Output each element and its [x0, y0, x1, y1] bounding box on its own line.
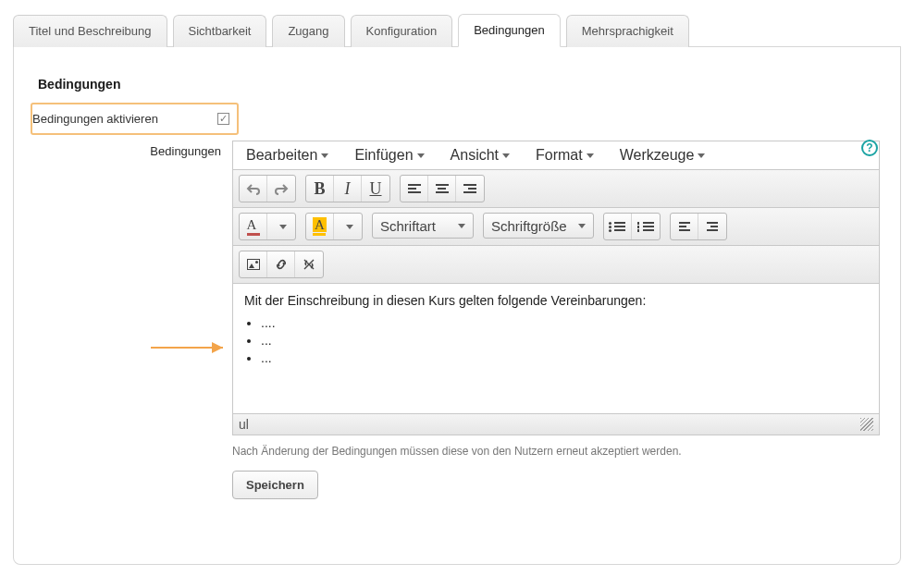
editor-path-bar: ul	[233, 413, 879, 435]
menu-insert[interactable]: Einfügen	[354, 147, 424, 164]
tab-visibility[interactable]: Sichtbarkeit	[173, 15, 267, 47]
bg-color-button[interactable]: A	[306, 214, 334, 239]
editor-label: Bedingungen	[34, 141, 232, 158]
activate-highlight: Bedingungen aktivieren ✓	[31, 103, 239, 135]
tab-configuration[interactable]: Konfiguration	[351, 15, 453, 47]
list-item: ....	[261, 315, 868, 330]
insert-image-button[interactable]	[240, 251, 267, 277]
image-icon	[247, 259, 260, 270]
change-hint: Nach Änderung der Bedingungen müssen die…	[232, 445, 880, 458]
section-title: Bedingungen	[38, 77, 880, 92]
toolbar-row-3	[233, 246, 879, 284]
menu-format[interactable]: Format	[536, 147, 594, 164]
chevron-down-icon	[417, 153, 425, 158]
align-center-button[interactable]	[428, 176, 456, 202]
toolbar-row-2: A A Schriftart Schriftgröße	[233, 208, 879, 246]
undo-button[interactable]	[240, 176, 267, 202]
align-right-button[interactable]	[456, 176, 484, 202]
tab-conditions[interactable]: Bedingungen	[458, 14, 561, 47]
list-item: ...	[261, 350, 868, 365]
insert-link-button[interactable]	[267, 251, 295, 277]
help-icon[interactable]: ?	[861, 140, 878, 156]
chevron-down-icon	[587, 153, 594, 158]
italic-button[interactable]: I	[334, 176, 362, 202]
content-list: .... ... ...	[261, 315, 868, 365]
bg-color-dropdown[interactable]	[334, 214, 362, 239]
font-family-select[interactable]: Schriftart	[372, 213, 474, 239]
chevron-down-icon	[458, 224, 465, 228]
element-path[interactable]: ul	[239, 417, 249, 432]
bold-button[interactable]: B	[306, 176, 334, 202]
chevron-down-icon	[502, 153, 510, 158]
panel-conditions: Bedingungen ? Bedingungen aktivieren ✓ B…	[13, 47, 901, 565]
remove-link-button[interactable]	[295, 251, 323, 277]
activate-label: Bedingungen aktivieren	[32, 112, 217, 126]
chevron-down-icon	[698, 153, 705, 158]
font-size-select[interactable]: Schriftgröße	[483, 213, 594, 239]
underline-button[interactable]: U	[362, 176, 389, 202]
content-intro-line: Mit der Einschreibung in diesen Kurs gel…	[244, 293, 868, 308]
editor-menubar: Bearbeiten Einfügen Ansicht Format Werkz…	[233, 141, 879, 170]
indent-button[interactable]	[698, 214, 726, 239]
editor-content[interactable]: Mit der Einschreibung in diesen Kurs gel…	[233, 284, 879, 413]
outdent-button[interactable]	[671, 214, 698, 239]
rich-text-editor: Bearbeiten Einfügen Ansicht Format Werkz…	[232, 141, 880, 435]
tab-bar: Titel und Beschreibung Sichtbarkeit Zuga…	[13, 13, 901, 47]
tab-access[interactable]: Zugang	[272, 15, 344, 47]
menu-view[interactable]: Ansicht	[451, 147, 510, 164]
text-color-dropdown[interactable]	[267, 214, 295, 239]
activate-checkbox[interactable]: ✓	[217, 113, 229, 125]
text-color-button[interactable]: A	[240, 214, 267, 239]
align-left-button[interactable]	[401, 176, 428, 202]
menu-tools[interactable]: Werkzeuge	[620, 147, 706, 164]
toolbar-row-1: B I U	[233, 170, 879, 208]
resize-handle[interactable]	[860, 418, 873, 431]
tab-multilanguage[interactable]: Mehrsprachigkeit	[566, 15, 689, 47]
number-list-button[interactable]	[632, 214, 660, 239]
tab-title-description[interactable]: Titel und Beschreibung	[13, 15, 167, 47]
save-button[interactable]: Speichern	[232, 471, 318, 499]
list-item: ...	[261, 333, 868, 348]
bullet-list-button[interactable]	[604, 214, 632, 239]
redo-button[interactable]	[267, 176, 295, 202]
chevron-down-icon	[578, 224, 586, 228]
chevron-down-icon	[321, 153, 328, 158]
menu-edit[interactable]: Bearbeiten	[246, 147, 328, 164]
